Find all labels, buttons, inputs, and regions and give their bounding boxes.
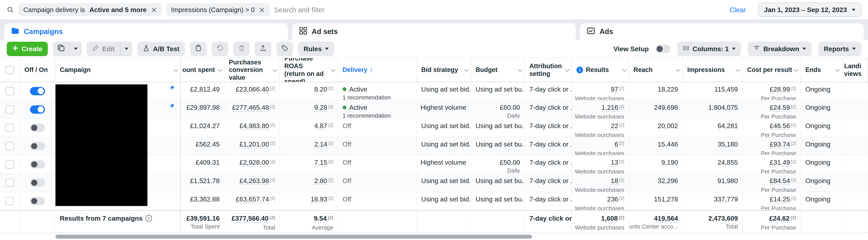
col-purchases-conversion-value[interactable]: Purchases conversion value [224, 58, 280, 82]
sort-chevron-icon[interactable] [465, 68, 469, 72]
sort-chevron-icon[interactable] [736, 68, 740, 72]
row-checkbox[interactable] [5, 142, 14, 150]
budget-cell: £50.00Daily [471, 155, 525, 174]
col-impressions[interactable]: Impressions [683, 58, 743, 82]
col-bid-strategy[interactable]: Bid strategy [417, 58, 471, 82]
delivery-cell: Off [338, 137, 417, 155]
search-input[interactable] [274, 6, 723, 14]
campaign-toggle[interactable] [30, 142, 45, 150]
filter-pill-delivery[interactable]: Campaign delivery is Active and 5 more [18, 3, 162, 17]
delete-button[interactable] [233, 42, 250, 56]
duplicate-button[interactable] [53, 42, 69, 56]
filter-pill-impressions[interactable]: Impressions (Campaign) > 0 [166, 3, 270, 17]
sort-chevron-icon[interactable] [218, 68, 222, 72]
row-checkbox[interactable] [5, 160, 14, 169]
tab-ads[interactable]: Ads [580, 23, 864, 40]
ends-cell: Ongoing [801, 101, 842, 118]
amount-spent-cell: £29,897.98 [181, 101, 225, 118]
ab-test-button[interactable]: A/B Test [137, 42, 185, 56]
col-reach[interactable]: Reach [629, 58, 683, 82]
delivery-cell: Active1 recommendation [338, 82, 417, 100]
conversion-value-cell: £63,657.74[2] [224, 192, 280, 210]
impressions-cell: 91,980 [683, 174, 743, 192]
clear-filters-link[interactable]: Clear [730, 6, 746, 14]
conversion-value-cell: £23,066.40[2] [224, 82, 280, 100]
create-button[interactable]: Create [7, 42, 48, 56]
campaign-toggle[interactable] [30, 179, 45, 187]
date-range-label: Jan 1, 2023 – Sep 12, 2023 [764, 6, 847, 14]
sort-chevron-icon[interactable] [676, 68, 680, 72]
sort-chevron-icon[interactable] [174, 68, 178, 72]
cost-per-result-cell: £24.59[2]Per Purchase [743, 101, 801, 118]
col-campaign[interactable]: Campaign [56, 58, 181, 82]
amount-spent-cell: £1,521.78 [181, 174, 225, 192]
row-checkbox[interactable] [5, 197, 14, 205]
export-button[interactable] [255, 42, 271, 56]
col-cost-per-result[interactable]: Cost per result [743, 58, 801, 82]
duplicate-dropdown-button[interactable] [69, 42, 82, 56]
results-cell: 1,216[2]Website purchases [572, 101, 629, 118]
tab-ad-sets[interactable]: Ad sets [292, 23, 576, 40]
col-budget[interactable]: Budget [471, 58, 525, 82]
rules-button[interactable]: Rules [298, 42, 334, 56]
roas-cell: 2.80[2] [280, 174, 338, 192]
footer-budget [471, 211, 525, 233]
info-icon [577, 66, 583, 73]
sort-chevron-icon[interactable] [795, 68, 798, 72]
campaign-toggle[interactable] [30, 105, 45, 114]
col-ends[interactable]: Ends [801, 58, 842, 82]
col-results[interactable]: Results [572, 58, 629, 82]
edit-button[interactable]: Edit [87, 42, 120, 56]
columns-button[interactable]: Columns: 1 [677, 42, 741, 56]
landing-views-cell [842, 119, 868, 137]
results-cell: 236[2]Website purchases [572, 192, 629, 210]
row-checkbox[interactable] [5, 105, 14, 114]
landing-views-cell [842, 101, 868, 118]
campaign-toggle[interactable] [30, 197, 45, 205]
export-icon [260, 45, 267, 53]
sort-chevron-icon[interactable] [836, 68, 840, 72]
col-off-on: Off / On [20, 58, 56, 82]
horizontal-scrollbar-thumb[interactable] [56, 235, 532, 239]
tab-campaigns[interactable]: Campaigns [4, 23, 288, 40]
flask-icon [143, 45, 150, 53]
row-checkbox[interactable] [5, 124, 14, 132]
plus-icon [12, 45, 18, 53]
reports-button[interactable]: Reports [818, 42, 861, 56]
ends-cell: Ongoing [801, 82, 842, 100]
campaign-toggle[interactable] [30, 87, 45, 95]
edit-button-group: Edit [87, 42, 132, 56]
date-range-picker[interactable]: Jan 1, 2023 – Sep 12, 2023 [758, 3, 861, 17]
col-purchase-roas[interactable]: Purchase ROAS (return on ad spend) [280, 58, 338, 82]
sort-chevron-icon[interactable] [519, 68, 522, 72]
table-summary-row: Results from 7 campaigns £39,591.16Total… [0, 210, 868, 233]
breakdown-button[interactable]: Breakdown [748, 42, 811, 56]
edit-dropdown-button[interactable] [120, 42, 132, 56]
delivery-cell: Off [338, 174, 417, 192]
undo-button[interactable] [212, 42, 228, 56]
tag-button[interactable] [277, 42, 293, 56]
chevron-down-icon [852, 48, 856, 50]
status-dot [343, 87, 347, 91]
row-checkbox[interactable] [5, 87, 14, 95]
close-icon[interactable] [259, 7, 265, 12]
close-icon[interactable] [151, 7, 157, 12]
campaign-toggle[interactable] [30, 160, 45, 169]
view-setup-toggle[interactable] [655, 45, 671, 53]
pixel-button[interactable] [190, 42, 207, 56]
campaign-toggle[interactable] [30, 124, 45, 132]
select-all-checkbox[interactable] [5, 66, 14, 74]
footer-summary-label: Results from 7 campaigns [56, 211, 181, 233]
col-landing-page-views[interactable]: Landi views [842, 58, 868, 82]
col-amount-spent[interactable]: ount spent [181, 58, 225, 82]
col-attribution-setting[interactable]: Attribution setting [525, 58, 572, 82]
clipboard-icon [195, 45, 202, 53]
sort-chevron-icon[interactable] [565, 68, 569, 72]
col-delivery[interactable]: Delivery↑ [338, 58, 417, 82]
sort-chevron-icon[interactable] [623, 68, 627, 72]
sort-chevron-icon[interactable] [273, 68, 277, 72]
sort-chevron-icon[interactable] [332, 68, 336, 72]
toggle-cell [20, 192, 56, 210]
row-select-cell [0, 155, 20, 174]
row-checkbox[interactable] [5, 179, 14, 187]
